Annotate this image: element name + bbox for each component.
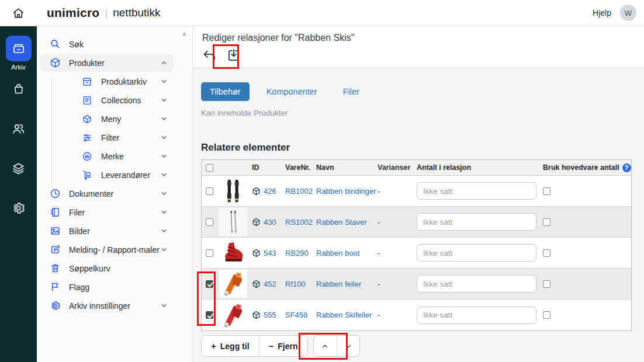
product-id-link[interactable]: 430 [264, 218, 276, 227]
product-id-link[interactable]: 452 [264, 280, 276, 288]
chevron-down-icon [160, 134, 168, 141]
rail-item-layers[interactable] [11, 161, 26, 175]
save-button[interactable] [226, 48, 241, 63]
product-varenr-link[interactable]: RB1002 [285, 187, 313, 196]
product-id-link[interactable]: 426 [264, 187, 276, 196]
bruk-hovedvare-checkbox[interactable] [543, 280, 550, 288]
table-actions: + Legg til − Fjern [201, 335, 636, 357]
antall-input[interactable] [417, 307, 536, 324]
sidebar-item-bilder[interactable]: Bilder [40, 222, 174, 240]
row-select-checkbox[interactable] [206, 187, 213, 195]
tab-filer[interactable]: Filer [334, 82, 368, 101]
sidebar-item-label: Søppelkurv [69, 264, 110, 273]
sidebar-item-dokumenter[interactable]: Dokumenter [40, 185, 174, 203]
tab-bar: Tilbehør Komponenter Filer [201, 82, 636, 101]
add-button[interactable]: + Legg til [202, 336, 259, 356]
row-select-checkbox[interactable] [206, 311, 213, 319]
rail-item-customers[interactable] [11, 121, 26, 135]
col-header-antall: Antall i relasjon [417, 163, 543, 172]
product-image-climbing-skins-red [219, 301, 247, 329]
logo-divider: | [105, 6, 108, 19]
sidebar-item-sok[interactable]: Søk [40, 35, 174, 53]
product-name-link[interactable]: Rabben boot [316, 249, 359, 257]
sidebar-item-flagg[interactable]: Flagg [40, 278, 174, 296]
bruk-hovedvare-checkbox[interactable] [543, 218, 550, 226]
chevron-down-icon [160, 152, 168, 160]
varianser-value: - [378, 249, 417, 257]
back-button[interactable] [202, 48, 217, 63]
sidebar-item-produktarkiv[interactable]: Produktarkiv [40, 72, 174, 90]
app-logo: unimicro | nettbutikk [47, 6, 161, 20]
sidebar-item-melding-rapport-maler[interactable]: Melding- / Rapport-maler [40, 241, 174, 259]
remove-button[interactable]: − Fjern [259, 336, 307, 356]
product-name-link[interactable]: Rabben feller [316, 280, 361, 288]
antall-input[interactable] [417, 275, 536, 293]
add-remove-button-group: + Legg til − Fjern [201, 335, 308, 357]
sidebar-item-leverandorer[interactable]: Leverandører [40, 166, 174, 184]
varianser-value: - [378, 218, 417, 227]
product-name-link[interactable]: Rabben Staver [316, 218, 367, 227]
topbar-right: Hjelp W [593, 5, 644, 21]
antall-input[interactable] [417, 244, 536, 262]
row-select-checkbox[interactable] [206, 280, 213, 288]
tab-tilbehor[interactable]: Tilbehør [201, 82, 250, 101]
sidebar-item-meny[interactable]: Meny [40, 110, 174, 128]
sidebar-item-soppelkurv[interactable]: Søppelkurv [40, 259, 174, 277]
gear-icon [11, 201, 26, 215]
product-varenr-link[interactable]: RB290 [285, 249, 309, 257]
rail-item-settings[interactable] [11, 201, 26, 215]
sidebar-item-label: Dokumenter [69, 189, 113, 199]
sidebar-item-filer[interactable]: Filer [40, 203, 174, 221]
tab-subtitle: Kan inneholde Produkter [201, 109, 636, 117]
sidebar-item-arkiv-innstillinger[interactable]: Arkiv innstillinger [40, 297, 174, 315]
product-id-link[interactable]: 543 [264, 249, 276, 257]
bruk-hovedvare-checkbox[interactable] [543, 249, 550, 257]
images-icon [50, 225, 61, 237]
sidebar-item-label: Produktarkiv [101, 77, 147, 86]
sidebar-item-produkter[interactable]: Produkter [40, 54, 174, 72]
user-avatar[interactable]: W [620, 5, 636, 21]
help-link[interactable]: Hjelp [593, 8, 611, 18]
move-up-button[interactable] [314, 336, 337, 356]
back-arrow-icon [202, 48, 217, 63]
chevron-down-icon [160, 190, 168, 197]
move-down-button[interactable] [337, 336, 359, 356]
sidebar-item-label: Søk [69, 40, 84, 49]
select-all-checkbox[interactable] [206, 164, 213, 172]
product-varenr-link[interactable]: RS1002 [285, 218, 313, 227]
bruk-hovedvare-checkbox[interactable] [543, 311, 550, 319]
reorder-button-group [313, 335, 360, 357]
product-varenr-link[interactable]: SF458 [285, 311, 307, 319]
home-button[interactable] [0, 6, 37, 20]
section-title: Relatere elementer [201, 142, 636, 154]
product-image-ski-boot [219, 239, 247, 267]
col-header-varenr: VareNr. [285, 163, 316, 172]
add-button-label: Legg til [220, 342, 250, 351]
sidebar-item-label: Filer [69, 208, 85, 217]
logo-secondary-text: nettbutikk [113, 6, 160, 19]
product-id-link[interactable]: 555 [264, 311, 276, 319]
row-select-checkbox[interactable] [206, 249, 213, 257]
tab-komponenter[interactable]: Komponenter [258, 82, 326, 101]
antall-input[interactable] [417, 213, 536, 231]
rail-item-shop[interactable] [12, 82, 26, 96]
table-row: 426 RB1002 Rabben bindinger - [202, 176, 631, 207]
row-select-checkbox[interactable] [206, 218, 213, 226]
sidebar-item-merke[interactable]: Merke [40, 147, 174, 165]
cube-icon [50, 57, 61, 69]
product-name-link[interactable]: Rabben bindinger [316, 187, 376, 196]
sidebar-item-filter[interactable]: Filter [40, 128, 174, 147]
sidebar-item-label: Arkiv innstillinger [69, 301, 130, 311]
product-cube-icon [252, 187, 261, 196]
scroll-up-icon[interactable]: ▲ [181, 30, 188, 37]
help-question-icon[interactable]: ? [622, 163, 631, 172]
sidebar-item-label: Melding- / Rapport-maler [69, 245, 160, 255]
antall-input[interactable] [417, 182, 536, 200]
rail-item-arkiv[interactable] [6, 36, 32, 61]
collections-icon [82, 95, 94, 106]
product-varenr-link[interactable]: Rf100 [285, 280, 306, 288]
bruk-hovedvare-checkbox[interactable] [543, 187, 550, 195]
product-name-link[interactable]: Rabben Skifeller [316, 311, 372, 319]
sidebar-item-collections[interactable]: Collections [40, 91, 174, 109]
product-cube-icon [252, 218, 261, 227]
